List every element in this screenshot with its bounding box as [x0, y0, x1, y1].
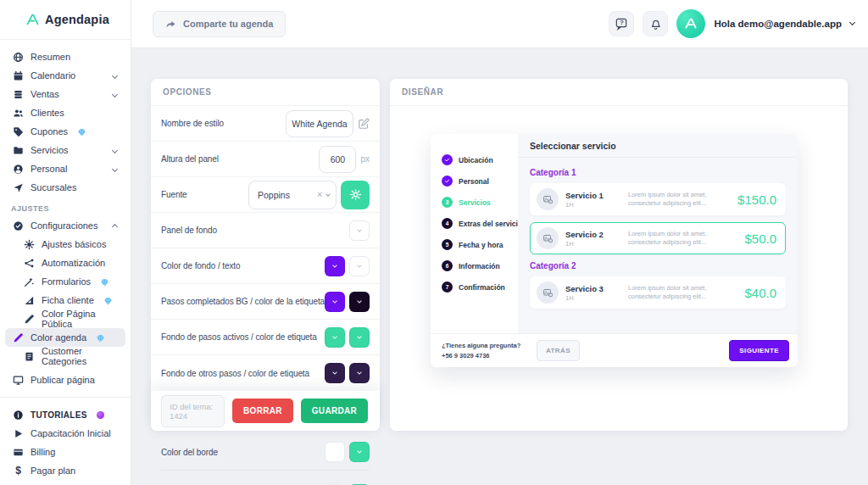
- booking-steps: Ubicación Personal 3 Servicios 4 Extr: [431, 134, 518, 333]
- color-swatch-button[interactable]: [325, 363, 345, 383]
- next-button[interactable]: SIGUIENTE: [729, 340, 789, 361]
- help-icon: ?: [615, 17, 628, 31]
- sidebar-item-ficha-cliente[interactable]: Ficha cliente: [0, 291, 131, 309]
- sidebar-item-customer-categories[interactable]: Customer Categories: [0, 347, 131, 365]
- service-card-servicio-1[interactable]: Servicio 1 1H Lorem ipsum dolor sit amet…: [530, 183, 786, 215]
- color-swatch-button[interactable]: [325, 256, 345, 276]
- wand-icon: [24, 276, 35, 287]
- step-servicios[interactable]: 3 Servicios: [442, 192, 518, 213]
- step-confirmacion[interactable]: 7 Confirmación: [442, 276, 518, 298]
- bg-text-color-row: Color de fondo / texto: [151, 248, 380, 284]
- service-card-servicio-2[interactable]: Servicio 2 1H Lorem ipsum dolor sit amet…: [530, 222, 786, 254]
- font-label: Fuente: [161, 190, 187, 199]
- step-number-circle: 6: [442, 260, 453, 271]
- sidebar-item-color-agenda[interactable]: Color agenda: [5, 328, 125, 347]
- step-extras-del-servicio[interactable]: 4 Extras del servicio: [442, 213, 518, 234]
- agendapia-logo-icon: [25, 13, 40, 27]
- sidebar-item-capacitacion-inicial[interactable]: Capacitación Inicial: [0, 424, 131, 443]
- style-name-label: Nombre de estilo: [161, 119, 224, 128]
- style-name-input[interactable]: [286, 110, 353, 137]
- sidebar-item-label: Capacitación Inicial: [31, 428, 111, 438]
- sidebar-item-publicar-pagina[interactable]: Publicar página: [0, 371, 131, 389]
- main-content: OPCIONES Nombre de estilo Altura del pan…: [131, 48, 868, 485]
- sidebar-item-calendario[interactable]: Calendario: [0, 66, 131, 85]
- booking-footer: ¿Tienes alguna pregunta? +56 9 3029 4736…: [431, 333, 798, 367]
- sidebar-item-cupones[interactable]: Cupones: [0, 122, 131, 141]
- sidebar-item-billing[interactable]: Billing: [0, 443, 131, 461]
- color-swatch-button[interactable]: [349, 220, 370, 241]
- color-swatch-button[interactable]: [349, 442, 370, 462]
- tutorials-dot-icon: [97, 411, 104, 419]
- options-overflow-rows: Color del borde: [151, 434, 380, 485]
- brand-logo[interactable]: Agendapia: [0, 0, 131, 40]
- sidebar-item-clientes[interactable]: Clientes: [0, 103, 131, 122]
- color-swatch-button[interactable]: [349, 363, 370, 383]
- share-agenda-button[interactable]: Comparte tu agenda: [153, 11, 286, 37]
- ruler-icon: [24, 295, 35, 306]
- sidebar-item-personal[interactable]: Personal: [0, 159, 131, 178]
- user-greeting: Hola demo@agendable.app: [714, 19, 842, 29]
- booking-widget-preview: Ubicación Personal 3 Servicios 4 Extr: [431, 134, 798, 367]
- color-swatch-button[interactable]: [325, 327, 345, 348]
- step-ubicacion[interactable]: Ubicación: [442, 149, 518, 170]
- service-card-servicio-3[interactable]: Servicio 3 1H Lorem ipsum dolor sit amet…: [530, 276, 786, 309]
- sidebar-item-servicios[interactable]: Servicios: [0, 141, 131, 159]
- sidebar-item-sucursales[interactable]: Sucursales: [0, 178, 131, 197]
- help-button[interactable]: ?: [609, 11, 634, 36]
- sidebar-item-ventas[interactable]: Ventas: [0, 85, 131, 103]
- sidebar: Agendapia Resumen Calendario Ventas Clie…: [0, 0, 131, 485]
- design-panel-title: DISEÑAR: [390, 79, 848, 106]
- completed-steps-color-row: Pasos completados BG / color de la etiqu…: [151, 284, 380, 320]
- user-avatar[interactable]: [676, 9, 705, 38]
- delete-button[interactable]: BORRAR: [232, 399, 293, 423]
- step-personal[interactable]: Personal: [442, 170, 518, 192]
- save-button[interactable]: GUARDAR: [301, 399, 368, 423]
- chevron-down-icon[interactable]: [849, 20, 855, 25]
- sidebar-item-configuraciones[interactable]: Configuraciones: [0, 216, 131, 235]
- color-swatch-button[interactable]: [349, 256, 370, 276]
- sidebar-item-resumen[interactable]: Resumen: [0, 47, 131, 66]
- sidebar-section-ajustes: AJUSTES: [11, 204, 131, 213]
- design-panel: DISEÑAR Ubicación Personal 3: [390, 79, 848, 431]
- sidebar-item-color-pagina-publica[interactable]: Color Página Pública: [0, 309, 131, 328]
- automation-icon: [24, 258, 35, 269]
- step-informacion[interactable]: 6 Información: [442, 255, 518, 276]
- image-icon: [537, 188, 559, 210]
- step-fecha-y-hora[interactable]: 5 Fecha y hora: [442, 234, 518, 255]
- service-price: $40.0: [744, 286, 776, 300]
- panel-height-unit: px: [360, 154, 370, 164]
- color-row-label: Fondo de otros pasos / color de etiqueta: [161, 369, 309, 378]
- service-selection-title: Seleccionar servicio: [518, 134, 798, 158]
- sidebar-item-ajustes-basicos[interactable]: Ajustes básicos: [0, 235, 131, 254]
- color-swatch-button[interactable]: [325, 292, 345, 312]
- color-swatch-button[interactable]: [325, 442, 345, 462]
- send-icon: [13, 182, 24, 193]
- panel-height-input[interactable]: [319, 146, 356, 173]
- back-button[interactable]: ATRÁS: [537, 340, 580, 361]
- font-settings-button[interactable]: [341, 181, 370, 209]
- sidebar-item-label: Cupones: [31, 126, 68, 137]
- color-swatch-button[interactable]: [349, 327, 370, 348]
- options-footer: ID del tema: 1424 BORRAR GUARDAR: [151, 391, 380, 431]
- sidebar-item-tutoriales[interactable]: TUTORIALES: [0, 405, 131, 424]
- clear-icon[interactable]: ×: [317, 190, 322, 199]
- sidebar-item-label: Calendario: [31, 70, 75, 81]
- color-swatch-button[interactable]: [349, 292, 370, 312]
- sidebar-item-label: Customer Categories: [42, 346, 122, 366]
- style-name-row: Nombre de estilo: [151, 106, 380, 142]
- notifications-button[interactable]: [643, 11, 668, 36]
- edit-icon[interactable]: [358, 118, 370, 130]
- dollar-icon: $: [13, 465, 24, 477]
- premium-diamond-icon: [95, 333, 103, 342]
- tag-icon: [13, 126, 24, 137]
- sidebar-item-formularios[interactable]: Formularios: [0, 272, 131, 291]
- check-circle-icon: [13, 220, 24, 231]
- panel-height-row: Altura del panel px: [151, 142, 380, 177]
- sidebar-item-label: Ventas: [31, 89, 59, 99]
- premium-diamond-icon: [76, 127, 85, 136]
- sidebar-item-automatizacion[interactable]: Automatización: [0, 254, 131, 272]
- sidebar-item-pagar-plan[interactable]: $ Pagar plan: [0, 461, 131, 480]
- font-select[interactable]: Poppins ×: [248, 181, 337, 209]
- sidebar-item-label: Clientes: [31, 108, 64, 118]
- share-button-label: Comparte tu agenda: [183, 19, 273, 29]
